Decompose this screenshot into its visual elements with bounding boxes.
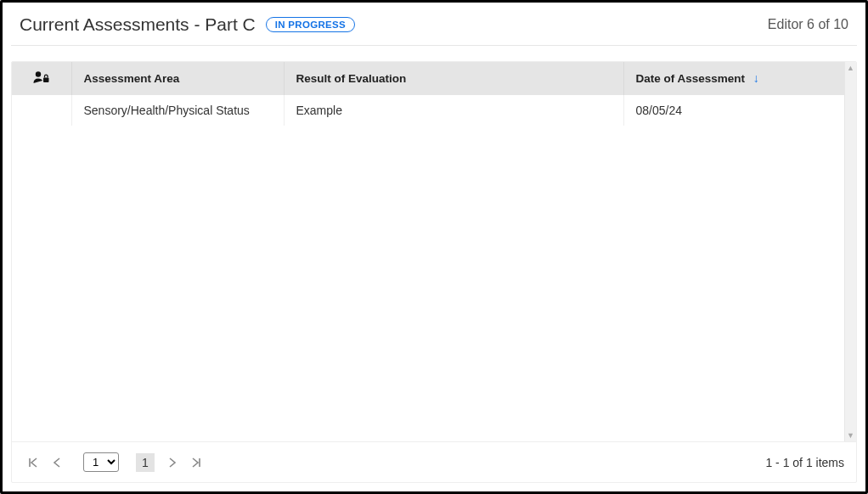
svg-rect-1 xyxy=(43,78,49,83)
pager-info: 1 - 1 of 1 items xyxy=(765,456,844,469)
editor-count: Editor 6 of 10 xyxy=(768,17,848,32)
content-panel: Assessment Area Result of Evaluation Dat… xyxy=(11,61,857,483)
header: Current Assessments - Part C IN PROGRESS… xyxy=(11,9,857,46)
table-header-row: Assessment Area Result of Evaluation Dat… xyxy=(12,62,844,95)
chevron-right-icon xyxy=(168,458,177,468)
scroll-up-icon[interactable]: ▲ xyxy=(847,64,854,72)
svg-point-0 xyxy=(36,71,41,76)
page-size-select[interactable]: 1 xyxy=(83,452,119,472)
pager-next-button[interactable] xyxy=(163,453,182,472)
pager-first-button[interactable] xyxy=(24,453,42,472)
page-title: Current Assessments - Part C xyxy=(20,14,256,35)
column-label: Date of Assessment xyxy=(636,72,746,85)
first-page-icon xyxy=(28,458,38,468)
cell-area: Sensory/Health/Physical Status xyxy=(71,95,284,126)
table-container: Assessment Area Result of Evaluation Dat… xyxy=(12,62,856,441)
column-label: Result of Evaluation xyxy=(296,72,407,85)
sort-asc-icon: ↓ xyxy=(753,72,759,84)
column-date[interactable]: Date of Assessment ↓ xyxy=(623,62,844,95)
cell-result: Example xyxy=(284,95,623,126)
column-lock[interactable] xyxy=(12,62,71,95)
current-page[interactable]: 1 xyxy=(136,453,155,472)
column-assessment-area[interactable]: Assessment Area xyxy=(71,62,284,95)
chevron-left-icon xyxy=(53,458,61,468)
pager-last-button[interactable] xyxy=(187,453,206,472)
column-result[interactable]: Result of Evaluation xyxy=(284,62,623,95)
scroll-down-icon[interactable]: ▼ xyxy=(847,431,854,440)
last-page-icon xyxy=(191,458,201,468)
cell-lock xyxy=(12,95,71,126)
person-lock-icon xyxy=(32,70,51,84)
app-frame: Current Assessments - Part C IN PROGRESS… xyxy=(0,0,868,494)
status-badge: IN PROGRESS xyxy=(266,17,355,32)
pager: 1 1 1 - 1 of 1 items xyxy=(12,441,856,482)
column-label: Assessment Area xyxy=(84,72,180,85)
cell-date: 08/05/24 xyxy=(623,95,844,126)
pager-prev-button[interactable] xyxy=(48,453,66,472)
table-row[interactable]: Sensory/Health/Physical Status Example 0… xyxy=(12,95,844,126)
vertical-scrollbar[interactable]: ▲ ▼ xyxy=(844,62,856,441)
assessments-table: Assessment Area Result of Evaluation Dat… xyxy=(12,62,844,126)
